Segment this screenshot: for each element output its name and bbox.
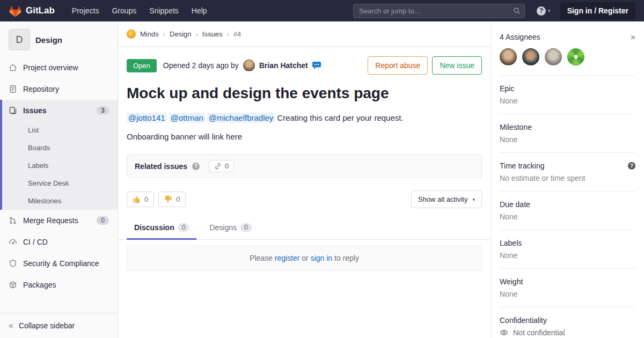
sidebar-item-security-compliance[interactable]: Security & Compliance <box>0 253 118 274</box>
sidebar-item-issues[interactable]: Issues 3 <box>2 100 118 121</box>
project-sidebar: D Design Project overview Repository Iss… <box>0 21 118 338</box>
group-avatar[interactable] <box>127 30 136 39</box>
related-issues-card: Related issues ? 0 <box>127 155 482 178</box>
section-label: Time tracking <box>500 161 545 170</box>
section-label: Confidentiality <box>500 316 547 325</box>
help-icon[interactable]: ? <box>192 163 200 170</box>
nav-groups[interactable]: Groups <box>112 6 136 15</box>
issue-main: Minds › Design › Issues › #4 Open Opened… <box>118 21 491 338</box>
sidebar-item-packages[interactable]: Packages <box>0 274 118 296</box>
sidebar-section-milestone: Milestone None <box>500 114 635 153</box>
author-name[interactable]: Brian Hatchet <box>259 61 308 70</box>
sidebar-subitem-list[interactable]: List <box>2 121 118 139</box>
issue-sidebar: 4 Assignees » Epic None Milestone None T… <box>491 21 644 338</box>
merge-request-icon <box>9 216 17 225</box>
author-avatar[interactable] <box>243 60 255 71</box>
collapse-sidebar-label: Collapse sidebar <box>19 321 75 330</box>
issue-description: @jotto141 @ottman @michaelfbradley Creat… <box>127 112 482 124</box>
sidebar-item-repository[interactable]: Repository <box>0 78 118 100</box>
assignees-title: 4 Assignees <box>500 33 540 41</box>
sidebar-subitem-milestones[interactable]: Milestones <box>2 192 118 210</box>
breadcrumb-separator: › <box>163 30 165 38</box>
tab-discussion-label: Discussion <box>134 223 174 232</box>
section-label: Due date <box>500 200 530 209</box>
report-abuse-button[interactable]: Report abuse <box>368 56 428 75</box>
thumbs-down-button[interactable]: 0 <box>158 192 186 207</box>
register-link[interactable]: register <box>275 254 300 262</box>
issue-description-line2: Onboarding banner will link here <box>127 131 482 143</box>
sidebar-item-ci-cd[interactable]: CI / CD <box>0 231 118 253</box>
sidebar-item-label: Security & Compliance <box>23 259 99 268</box>
chevron-down-icon: ▾ <box>548 8 551 13</box>
section-value: Not confidential <box>513 328 565 337</box>
sidebar-item-project-overview[interactable]: Project overview <box>0 57 118 78</box>
section-label: Milestone <box>500 123 532 131</box>
sidebar-item-label: CI / CD <box>23 238 48 246</box>
package-icon <box>9 281 17 289</box>
mention-link[interactable]: @jotto141 <box>127 113 167 123</box>
reply-suffix: to reply <box>334 254 359 262</box>
nav-snippets[interactable]: Snippets <box>149 6 178 15</box>
document-icon <box>9 85 17 93</box>
primary-nav: Projects Groups Snippets Help <box>72 6 207 15</box>
mention-link[interactable]: @michaelfbradley <box>207 113 275 123</box>
sidebar-item-label: Merge Requests <box>23 216 78 225</box>
search-input[interactable] <box>353 4 525 18</box>
issues-count-badge: 3 <box>97 106 109 115</box>
top-navbar: GitLab Projects Groups Snippets Help ? ▾… <box>0 0 644 21</box>
chevron-double-left-icon: « <box>9 321 13 330</box>
assignee-avatar[interactable] <box>500 48 517 65</box>
reply-prefix: Please <box>250 254 273 262</box>
discussion-tabs: Discussion 0 Designs 0 <box>118 217 491 240</box>
sidebar-subitem-boards[interactable]: Boards <box>2 139 118 157</box>
gitlab-logo[interactable]: GitLab <box>9 4 55 18</box>
opened-meta: Opened 2 days ago by <box>163 61 239 70</box>
description-text: Creating this card per your request. <box>277 113 404 122</box>
nav-help[interactable]: Help <box>192 6 207 15</box>
sidebar-item-merge-requests[interactable]: Merge Requests 0 <box>0 210 118 231</box>
sidebar-nav: Project overview Repository Issues 3 Lis… <box>0 57 118 296</box>
sidebar-item-label: Issues <box>23 106 47 115</box>
sidebar-subitem-service-desk[interactable]: Service Desk <box>2 174 118 192</box>
tab-discussion[interactable]: Discussion 0 <box>127 217 196 240</box>
section-label: Epic <box>500 84 514 93</box>
mention-link[interactable]: @ottman <box>169 113 205 123</box>
reply-prompt: Please register or sign in to reply <box>127 245 482 271</box>
collapse-sidebar-button[interactable]: « Collapse sidebar <box>0 313 118 338</box>
assignee-avatar[interactable] <box>567 48 584 65</box>
chat-bubble-icon <box>312 62 321 69</box>
breadcrumb-issues[interactable]: Issues <box>202 30 223 38</box>
eye-icon <box>500 328 508 337</box>
nav-projects[interactable]: Projects <box>72 6 99 15</box>
linked-issues-icon <box>214 163 222 170</box>
help-menu[interactable]: ? ▾ <box>537 6 551 16</box>
breadcrumb-group[interactable]: Minds <box>140 30 159 38</box>
breadcrumb: Minds › Design › Issues › #4 <box>118 21 491 47</box>
assignee-avatar[interactable] <box>522 48 539 65</box>
new-issue-button[interactable]: New issue <box>432 56 482 75</box>
tanuki-icon <box>9 4 22 18</box>
activity-filter-dropdown[interactable]: Show all activity ▾ <box>411 190 482 208</box>
search-box <box>353 4 525 18</box>
sidebar-section-labels: Labels None <box>500 230 635 269</box>
thumbs-down-count: 0 <box>176 195 180 203</box>
sign-in-link[interactable]: sign in <box>311 254 332 262</box>
reply-or: or <box>302 254 308 262</box>
assignees-header: 4 Assignees » <box>500 21 635 42</box>
sign-in-register-button[interactable]: Sign in / Register <box>560 2 635 19</box>
assignee-avatar[interactable] <box>545 48 562 65</box>
issue-title: Mock up and design the events page <box>127 84 482 102</box>
chevron-double-right-icon[interactable]: » <box>631 32 635 42</box>
sidebar-subitem-labels[interactable]: Labels <box>2 157 118 174</box>
breadcrumb-project[interactable]: Design <box>170 30 191 38</box>
issues-icon <box>9 106 17 115</box>
home-icon <box>9 63 17 72</box>
thumbs-up-button[interactable]: 0 <box>127 192 154 207</box>
tab-designs[interactable]: Designs 0 <box>202 217 259 240</box>
project-name[interactable]: Design <box>35 35 62 45</box>
section-value: No estimate or time spent <box>500 174 635 182</box>
help-icon[interactable]: ? <box>628 162 635 170</box>
sidebar-section-confidentiality: Confidentiality Not confidential <box>500 307 635 338</box>
help-icon: ? <box>537 6 546 16</box>
project-avatar[interactable]: D <box>9 29 30 50</box>
